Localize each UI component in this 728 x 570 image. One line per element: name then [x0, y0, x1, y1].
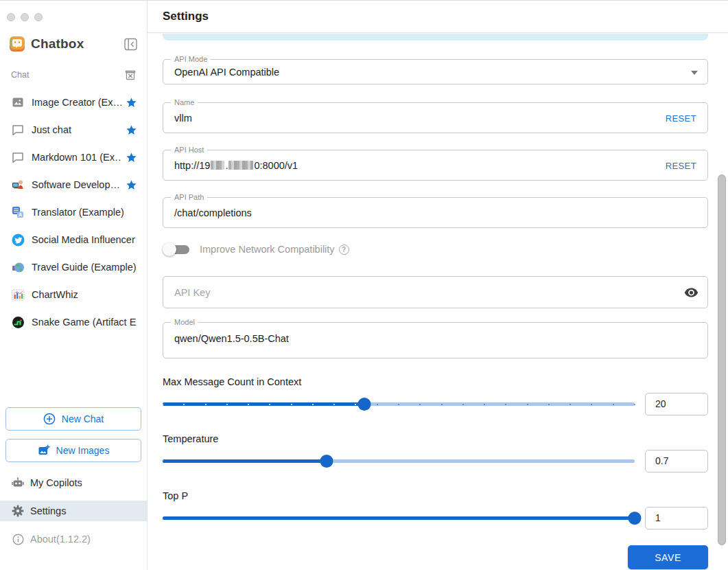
- gear-icon: [11, 505, 25, 517]
- chat-bubble-icon: [11, 150, 25, 164]
- show-password-icon[interactable]: [684, 285, 698, 299]
- slider-thumb[interactable]: [357, 398, 371, 411]
- redacted-text: [228, 161, 253, 170]
- window-controls: [7, 13, 147, 21]
- slider-mark: [333, 404, 335, 405]
- api-host-field[interactable]: API Host http://19.0:8000/v1 RESET: [163, 150, 708, 181]
- slider-mark: [377, 404, 378, 405]
- slider-mark: [183, 404, 185, 405]
- save-button[interactable]: SAVE: [628, 545, 708, 569]
- chat-item-social-media-influencer[interactable]: Social Media Influencer …: [0, 226, 147, 253]
- chat-item-travel-guide[interactable]: Travel Guide (Example): [0, 253, 147, 281]
- temperature-value[interactable]: [645, 450, 708, 472]
- max-message-count-slider[interactable]: [163, 392, 635, 415]
- minimize-window-button[interactable]: [21, 13, 29, 21]
- chat-item-just-chat[interactable]: Just chat: [0, 116, 147, 144]
- api-host-value[interactable]: http://19.0:8000/v1: [163, 150, 707, 180]
- chat-bubble-icon: [11, 123, 25, 137]
- api-key-field[interactable]: [163, 276, 708, 308]
- api-key-input[interactable]: [163, 277, 707, 308]
- chat-item-label: Travel Guide (Example): [32, 262, 137, 273]
- new-images-button[interactable]: New Images: [5, 439, 141, 462]
- slider-mark: [248, 404, 249, 405]
- translate-icon: A: [11, 205, 25, 219]
- clear-conversations-icon[interactable]: [125, 69, 136, 80]
- sidebar-item-my-copilots[interactable]: My Copilots: [0, 472, 147, 493]
- temperature-row: [163, 449, 708, 472]
- api-host-label: API Host: [171, 146, 207, 155]
- slider-thumb[interactable]: [320, 455, 333, 468]
- sidebar-item-about[interactable]: About(1.12.2): [0, 529, 147, 549]
- app-logo-row: Chatbox: [10, 36, 137, 52]
- api-host-reset-button[interactable]: RESET: [666, 160, 696, 170]
- chat-item-image-creator[interactable]: Image Creator (Ex…: [0, 89, 147, 116]
- chat-item-markdown-101[interactable]: Markdown 101 (Ex…: [0, 144, 147, 171]
- chat-item-label: Snake Game (Artifact E…: [32, 317, 137, 328]
- vertical-scrollbar[interactable]: [718, 174, 726, 545]
- sidebar-menu: My Copilots Settings About(1.12.2): [0, 472, 147, 549]
- model-value[interactable]: qwen/Qwen1.5-0.5B-Chat: [163, 323, 707, 358]
- my-copilots-label: My Copilots: [30, 477, 82, 488]
- name-input[interactable]: [163, 103, 707, 133]
- slider-mark: [634, 404, 635, 405]
- zoom-window-button[interactable]: [34, 13, 43, 21]
- slider-mark: [484, 404, 485, 405]
- top-p-value[interactable]: [645, 507, 708, 529]
- settings-header: Settings: [148, 1, 728, 33]
- model-label: Model: [171, 318, 198, 327]
- chat-list: Image Creator (Ex… Just chat Markdown: [0, 89, 147, 336]
- slider-mark: [505, 404, 506, 405]
- slider-mark: [205, 404, 207, 405]
- main-panel: Settings API Mode OpenAI API Compatible …: [148, 1, 728, 570]
- api-path-field[interactable]: API Path: [163, 197, 708, 228]
- image-plus-icon: [38, 444, 50, 457]
- help-icon[interactable]: ?: [339, 244, 349, 255]
- top-p-label: Top P: [163, 490, 708, 501]
- chat-item-label: Translator (Example): [32, 207, 137, 218]
- max-message-count-label: Max Message Count in Context: [163, 376, 708, 387]
- snake-game-icon: [11, 315, 25, 329]
- about-label: About(1.12.2): [30, 534, 91, 545]
- plus-circle-icon: [43, 413, 56, 425]
- slider-mark: [355, 404, 356, 405]
- name-reset-button[interactable]: RESET: [666, 113, 696, 123]
- slider-mark: [613, 404, 614, 405]
- bar-chart-icon: [11, 288, 25, 301]
- chat-item-software-developer[interactable]: Software Develop…: [0, 171, 147, 198]
- max-message-count-value[interactable]: [645, 393, 708, 415]
- api-path-input[interactable]: [163, 198, 707, 227]
- temperature-slider[interactable]: [163, 449, 635, 472]
- chat-item-translator[interactable]: A Translator (Example): [0, 198, 147, 226]
- star-icon[interactable]: [126, 124, 137, 136]
- api-mode-select[interactable]: API Mode OpenAI API Compatible: [163, 59, 708, 84]
- sidebar: Chatbox Chat Image Creator (Ex…: [0, 1, 148, 570]
- slider-mark: [591, 404, 592, 405]
- star-icon[interactable]: [126, 179, 137, 191]
- name-field[interactable]: Name RESET: [163, 102, 708, 133]
- close-window-button[interactable]: [7, 13, 15, 21]
- slider-thumb[interactable]: [629, 512, 642, 525]
- network-compatibility-toggle[interactable]: [163, 241, 194, 258]
- chat-item-chartwhiz[interactable]: ChartWhiz: [0, 281, 147, 308]
- top-p-slider[interactable]: [163, 506, 635, 529]
- twitter-icon: [11, 233, 25, 247]
- api-mode-label: API Mode: [171, 55, 211, 64]
- name-label: Name: [171, 98, 198, 107]
- chat-item-snake-game[interactable]: Snake Game (Artifact E…: [0, 308, 147, 336]
- star-icon[interactable]: [126, 152, 137, 163]
- new-images-label: New Images: [56, 445, 110, 456]
- collapse-sidebar-icon[interactable]: [124, 37, 137, 51]
- model-field[interactable]: Model qwen/Qwen1.5-0.5B-Chat: [163, 322, 708, 358]
- save-row: SAVE: [163, 545, 708, 569]
- new-chat-button[interactable]: New Chat: [5, 407, 141, 431]
- svg-text:A: A: [19, 212, 22, 217]
- max-message-count-row: [163, 392, 708, 415]
- chat-item-label: Software Develop…: [32, 179, 121, 190]
- top-p-row: [163, 506, 708, 529]
- settings-label: Settings: [30, 505, 66, 516]
- star-icon[interactable]: [126, 97, 137, 109]
- sidebar-item-settings[interactable]: Settings: [0, 501, 147, 521]
- chatbox-logo-icon: [10, 36, 25, 52]
- slider-mark: [527, 404, 528, 405]
- network-compatibility-label: Improve Network Compatibility: [200, 244, 335, 255]
